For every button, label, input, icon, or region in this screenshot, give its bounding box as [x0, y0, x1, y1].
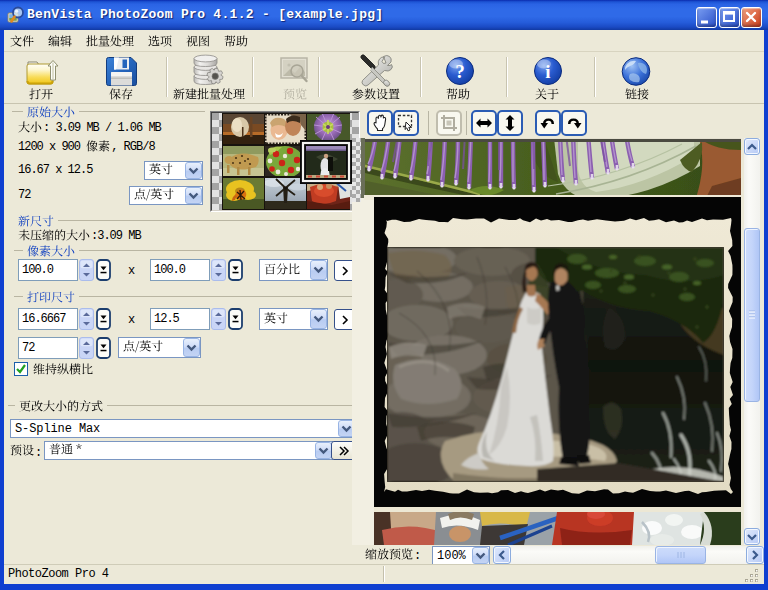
svg-text:i: i	[545, 61, 550, 82]
svg-text:?: ?	[455, 61, 465, 82]
